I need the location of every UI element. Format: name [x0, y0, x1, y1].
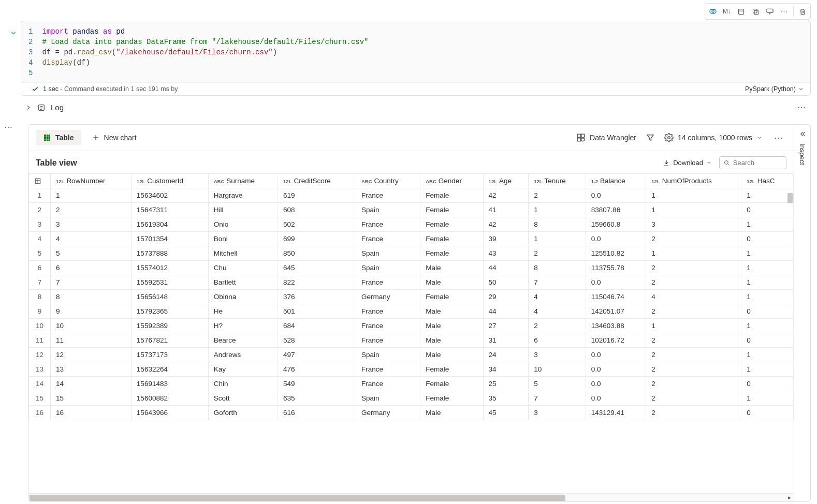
cell[interactable]: 4: [529, 290, 586, 304]
cell[interactable]: 3: [529, 348, 586, 362]
cell[interactable]: France: [356, 362, 420, 377]
cell[interactable]: Female: [420, 232, 483, 246]
column-header[interactable]: 12LHasC: [741, 174, 794, 188]
cell[interactable]: 4: [646, 290, 741, 304]
cell[interactable]: 2: [646, 391, 741, 406]
cell[interactable]: 2: [529, 319, 586, 333]
expand-log-chevron-icon[interactable]: [25, 104, 32, 111]
cell[interactable]: 2: [529, 188, 586, 203]
output-more-button[interactable]: ⋯: [772, 132, 786, 143]
cell[interactable]: 1: [741, 391, 794, 406]
cell[interactable]: Female: [420, 203, 483, 217]
cell[interactable]: 1: [741, 290, 794, 304]
cell[interactable]: Spain: [356, 203, 420, 217]
freeze-cell-button[interactable]: [734, 5, 748, 18]
cell[interactable]: H?: [208, 319, 278, 333]
cell[interactable]: 502: [278, 217, 356, 232]
cell[interactable]: 15592531: [131, 275, 208, 290]
filter-icon[interactable]: [646, 133, 655, 142]
cell[interactable]: 15656148: [131, 290, 208, 304]
cell[interactable]: 0: [741, 377, 794, 391]
code-content[interactable]: import pandas as pd # Load data into pan…: [42, 26, 803, 78]
collapse-rail-chevron-icon[interactable]: [798, 130, 807, 138]
cell[interactable]: 15737888: [131, 246, 208, 261]
search-input[interactable]: [733, 159, 782, 167]
column-header[interactable]: 12LCreditScore: [278, 174, 356, 188]
cell[interactable]: 142051.07: [586, 304, 646, 319]
cell[interactable]: 2: [646, 333, 741, 348]
cell[interactable]: 1: [741, 246, 794, 261]
cell[interactable]: 3: [646, 217, 741, 232]
cell[interactable]: 113755.78: [586, 261, 646, 275]
cell[interactable]: Female: [420, 377, 483, 391]
cell[interactable]: Female: [420, 246, 483, 261]
table-row[interactable]: 161615643966Goforth616GermanyMale4531431…: [29, 406, 794, 420]
cell[interactable]: 1: [646, 319, 741, 333]
cell[interactable]: 2: [646, 304, 741, 319]
convert-markdown-button[interactable]: M↓: [721, 5, 733, 18]
cell[interactable]: 25: [483, 377, 529, 391]
new-chart-button[interactable]: New chart: [84, 130, 144, 145]
cell[interactable]: France: [356, 188, 420, 203]
cell[interactable]: 1: [646, 188, 741, 203]
cell[interactable]: 497: [278, 348, 356, 362]
cell[interactable]: 4: [51, 232, 132, 246]
cell[interactable]: Hill: [208, 203, 278, 217]
cell[interactable]: Bartlett: [208, 275, 278, 290]
table-row[interactable]: 2215647311Hill608SpainFemale41183807.861…: [29, 203, 794, 217]
cell[interactable]: 0.0: [586, 232, 646, 246]
table-row[interactable]: 1115634602Hargrave619FranceFemale4220.01…: [29, 188, 794, 203]
cell[interactable]: 83807.86: [586, 203, 646, 217]
cell[interactable]: 42: [483, 217, 529, 232]
cell[interactable]: 0: [741, 304, 794, 319]
column-header[interactable]: 12LRowNumber: [51, 174, 132, 188]
cell[interactable]: 1: [529, 232, 586, 246]
cell[interactable]: 35: [483, 391, 529, 406]
cell[interactable]: 7: [529, 275, 586, 290]
cell[interactable]: Spain: [356, 246, 420, 261]
more-cell-actions-button[interactable]: ⋯: [778, 5, 791, 18]
cell[interactable]: 0: [741, 406, 794, 420]
cell[interactable]: Spain: [356, 348, 420, 362]
cell[interactable]: 1: [741, 217, 794, 232]
delete-cell-button[interactable]: [796, 5, 809, 18]
cell[interactable]: 2: [646, 232, 741, 246]
cell[interactable]: 7: [51, 275, 132, 290]
cell[interactable]: Female: [420, 188, 483, 203]
cell[interactable]: 0: [741, 333, 794, 348]
cell[interactable]: 7: [529, 391, 586, 406]
cell[interactable]: 15737173: [131, 348, 208, 362]
column-header[interactable]: 12LNumOfProducts: [646, 174, 741, 188]
cell[interactable]: 1: [741, 319, 794, 333]
scroll-right-arrow-icon[interactable]: ►: [785, 494, 794, 501]
copy-cell-button[interactable]: [749, 5, 762, 18]
cell[interactable]: 0.0: [586, 377, 646, 391]
cell[interactable]: 635: [278, 391, 356, 406]
cell[interactable]: Mitchell: [208, 246, 278, 261]
cell[interactable]: France: [356, 304, 420, 319]
cell[interactable]: 1: [741, 261, 794, 275]
cell[interactable]: 0: [741, 232, 794, 246]
cell[interactable]: 45: [483, 406, 529, 420]
cell[interactable]: 1: [741, 188, 794, 203]
cell[interactable]: 42: [483, 188, 529, 203]
select-all-corner[interactable]: [29, 174, 51, 188]
cell[interactable]: 2: [646, 348, 741, 362]
cell[interactable]: Male: [420, 275, 483, 290]
kernel-selector[interactable]: PySpark (Python): [745, 85, 804, 93]
cell[interactable]: Bearce: [208, 333, 278, 348]
cell[interactable]: Female: [420, 290, 483, 304]
cell[interactable]: 6: [529, 333, 586, 348]
cell[interactable]: 1: [741, 275, 794, 290]
table-row[interactable]: 121215737173Andrews497SpainMale2430.021: [29, 348, 794, 362]
cell[interactable]: Scott: [208, 391, 278, 406]
cell[interactable]: Female: [420, 217, 483, 232]
cell[interactable]: Male: [420, 406, 483, 420]
cell[interactable]: 699: [278, 232, 356, 246]
cell[interactable]: 44: [483, 261, 529, 275]
cell[interactable]: 15691483: [131, 377, 208, 391]
cell[interactable]: Spain: [356, 261, 420, 275]
cell[interactable]: 0.0: [586, 391, 646, 406]
cell[interactable]: 476: [278, 362, 356, 377]
cell[interactable]: 3: [51, 217, 132, 232]
